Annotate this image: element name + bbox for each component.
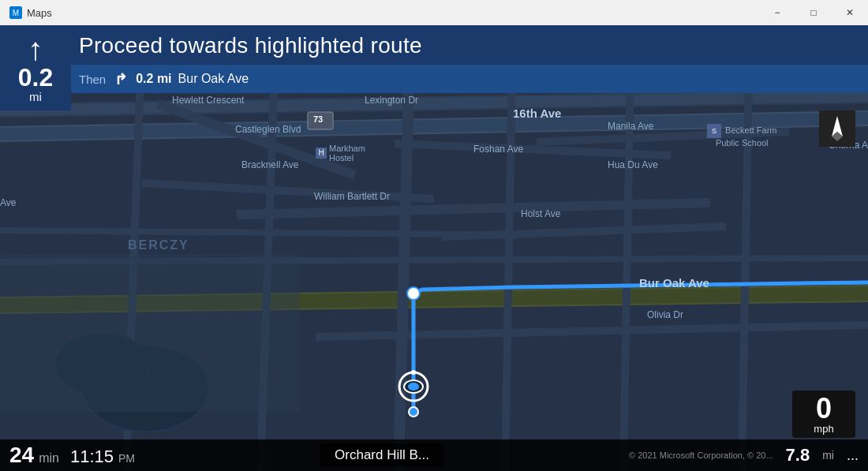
total-distance-unit: mi xyxy=(822,449,834,462)
svg-point-32 xyxy=(408,383,419,391)
titlebar-left: M Maps xyxy=(0,6,52,19)
compass-icon xyxy=(825,114,849,143)
titlebar-controls: − □ ✕ xyxy=(759,0,868,25)
current-street-label: Orchard Hill B... xyxy=(320,443,443,467)
more-button[interactable]: ... xyxy=(847,447,859,464)
svg-point-28 xyxy=(409,407,418,417)
copyright-text: © 2021 Microsoft Corporation, © 20... xyxy=(629,450,773,460)
current-position-marker xyxy=(395,361,432,406)
maximize-button[interactable]: □ xyxy=(795,0,832,25)
total-distance: 7.8 xyxy=(786,445,810,465)
speed-value: 0 xyxy=(816,394,832,423)
current-distance: 0.2 xyxy=(18,65,53,90)
eta-min-label: min xyxy=(39,451,59,465)
svg-rect-29 xyxy=(308,112,333,129)
bottom-right-section: © 2021 Microsoft Corporation, © 20... 7.… xyxy=(629,445,859,465)
eta-ampm: PM xyxy=(118,452,135,465)
turn-right-icon xyxy=(112,70,129,88)
compass-button[interactable] xyxy=(819,110,855,147)
maps-logo-icon: M xyxy=(9,6,22,19)
minimize-button[interactable]: − xyxy=(759,0,795,25)
svg-text:M: M xyxy=(13,9,19,17)
speed-unit: mph xyxy=(814,423,833,435)
svg-point-33 xyxy=(411,370,416,375)
speed-badge: 0 mph xyxy=(792,391,855,438)
next-street: Bur Oak Ave xyxy=(178,72,249,86)
svg-rect-26 xyxy=(0,254,300,412)
eta-section: 24 min 11:15 PM xyxy=(9,443,135,468)
navigation-header: Proceed towards highlighted route Then 0… xyxy=(0,25,868,93)
app-title: Maps xyxy=(27,7,52,19)
svg-line-21 xyxy=(0,230,473,234)
close-button[interactable]: ✕ xyxy=(832,0,868,25)
then-label: Then xyxy=(79,73,106,86)
distance-badge: ↑ 0.2 mi xyxy=(0,25,71,110)
main-instruction: Proceed towards highlighted route xyxy=(0,25,868,65)
bottom-bar: 24 min 11:15 PM Orchard Hill B... © 2021… xyxy=(0,439,868,471)
eta-time: 11:15 xyxy=(70,447,114,467)
eta-minutes: 24 xyxy=(9,443,34,468)
then-instruction: Then 0.2 mi Bur Oak Ave xyxy=(0,65,868,93)
svg-point-27 xyxy=(407,287,420,300)
turn-distance: 0.2 mi xyxy=(136,72,171,86)
direction-arrow: ↑ xyxy=(28,33,43,65)
titlebar: M Maps − □ ✕ xyxy=(0,0,868,25)
distance-unit: mi xyxy=(29,90,42,103)
